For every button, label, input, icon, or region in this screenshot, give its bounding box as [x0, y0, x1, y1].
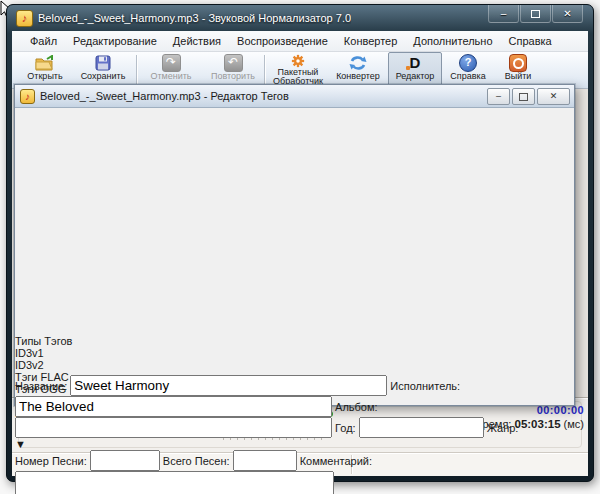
- main-window-title: Beloved_-_Sweet_Harmony.mp3 - Звуковой Н…: [38, 12, 351, 24]
- menubar: Файл Редактирование Действия Воспроизвед…: [12, 31, 588, 52]
- floppy-save-icon: [95, 54, 111, 72]
- radio-id3v2[interactable]: ID3v2: [15, 359, 396, 371]
- converter-arrows-icon: [349, 54, 367, 72]
- maximize-icon: [519, 93, 528, 101]
- close-icon: ✕: [563, 9, 571, 19]
- dropdown-arrow-icon: ▼: [15, 438, 26, 450]
- toolbar-undo-button[interactable]: ↷ Отменить: [142, 53, 200, 87]
- toolbar-exit-button[interactable]: Выйти: [496, 53, 540, 87]
- maximize-button[interactable]: [520, 5, 551, 23]
- close-icon: ✕: [550, 92, 558, 101]
- app-icon: ♪: [16, 10, 33, 27]
- album-label: Альбом:: [335, 401, 378, 413]
- tags-groupbox: Тэги: [15, 85, 428, 335]
- track-number-label: Номер Песни:: [15, 455, 87, 467]
- main-titlebar: ♪ Beloved_-_Sweet_Harmony.mp3 - Звуковой…: [7, 5, 593, 31]
- toolbar-separator: [136, 55, 137, 84]
- comment-textarea[interactable]: [15, 471, 334, 494]
- screen: ♪ Beloved_-_Sweet_Harmony.mp3 - Звуковой…: [0, 0, 600, 494]
- menu-playback[interactable]: Воспроизведение: [229, 32, 336, 50]
- total-tracks-input[interactable]: [233, 450, 297, 471]
- gear-icon: [291, 54, 305, 68]
- minimize-icon: –: [501, 9, 507, 19]
- minimize-button[interactable]: –: [488, 5, 519, 23]
- dialog-icon: ♪: [20, 89, 35, 104]
- year-label: Год:: [335, 422, 356, 434]
- title-label: Название:: [15, 380, 67, 392]
- menu-converter[interactable]: Конвертер: [336, 32, 405, 50]
- title-input[interactable]: [70, 375, 387, 396]
- maximize-icon: [531, 10, 540, 18]
- help-icon: ?: [459, 54, 477, 72]
- genre-select[interactable]: ▼: [15, 438, 160, 450]
- tag-editor-dialog: ♪ Beloved_-_Sweet_Harmony.mp3 - Редактор…: [14, 84, 575, 406]
- minimize-icon: –: [496, 92, 501, 101]
- dialog-minimize-button[interactable]: –: [487, 88, 510, 105]
- music-note-icon: ♪: [25, 91, 30, 102]
- exit-icon: [509, 54, 527, 72]
- toolbar-open-button[interactable]: Открыть: [18, 53, 72, 87]
- open-folder-icon: [35, 54, 55, 72]
- artist-input[interactable]: [15, 396, 332, 417]
- radio-id3v1[interactable]: ID3v1: [15, 347, 396, 359]
- toolbar-separator: [264, 55, 265, 84]
- menu-help[interactable]: Справка: [501, 32, 560, 50]
- tag-types-label: Типы Тэгов: [15, 335, 72, 347]
- dialog-client: Тэги Типы Тэгов ID3v1 ID3v2 Тэги FLAC: [15, 85, 574, 494]
- toolbar-save-button[interactable]: Сохранить: [74, 53, 132, 87]
- close-button[interactable]: ✕: [552, 5, 583, 23]
- artist-label: Исполнитель:: [390, 380, 460, 392]
- dialog-title: Beloved_-_Sweet_Harmony.mp3 - Редактор Т…: [40, 90, 289, 102]
- dialog-titlebar: ♪ Beloved_-_Sweet_Harmony.mp3 - Редактор…: [15, 85, 574, 108]
- toolbar-tag-editor-button[interactable]: D Редактор: [388, 52, 442, 88]
- total-tracks-label: Всего Песен:: [163, 455, 230, 467]
- album-input[interactable]: [15, 417, 332, 438]
- track-number-input[interactable]: [90, 450, 160, 471]
- menu-edit[interactable]: Редактирование: [65, 32, 165, 50]
- toolbar-redo-button[interactable]: ↶ Повторить: [204, 53, 262, 87]
- redo-icon: ↶: [224, 54, 243, 72]
- tag-types-groupbox: Типы Тэгов ID3v1 ID3v2 Тэги FLAC Тэги OG…: [15, 335, 396, 375]
- menu-extra[interactable]: Дополнительно: [405, 32, 500, 50]
- tag-editor-icon: D: [410, 54, 421, 72]
- genre-label: Жанр:: [487, 422, 519, 434]
- toolbar-converter-button[interactable]: Конвертер: [332, 53, 384, 87]
- undo-icon: ↷: [162, 54, 181, 72]
- menu-actions[interactable]: Действия: [165, 32, 229, 50]
- music-note-icon: ♪: [22, 13, 28, 24]
- dialog-close-button[interactable]: ✕: [537, 88, 570, 105]
- dialog-maximize-button[interactable]: [512, 88, 535, 105]
- toolbar-help-button[interactable]: ? Справка: [444, 53, 492, 87]
- toolbar-batch-processor-button[interactable]: Пакетный Обработчик: [268, 53, 328, 87]
- comment-label: Комментарий:: [300, 455, 372, 467]
- menu-file[interactable]: Файл: [22, 32, 65, 50]
- year-input[interactable]: [359, 417, 484, 438]
